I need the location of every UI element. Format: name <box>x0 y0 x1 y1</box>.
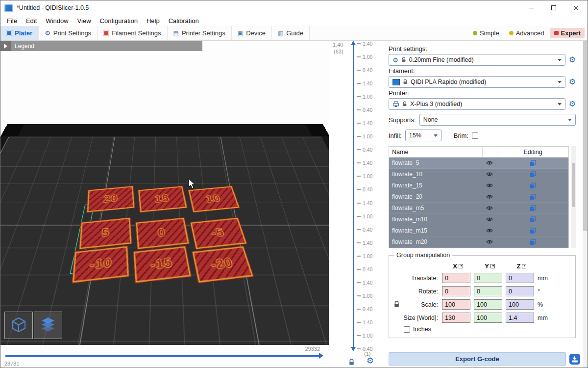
object-list-row[interactable]: flowrate_15 <box>389 180 568 191</box>
manip-z-field[interactable]: 100 <box>506 299 534 310</box>
close-button[interactable] <box>565 0 588 15</box>
slider-settings-gear-icon[interactable]: ⚙ <box>367 356 374 366</box>
model-part[interactable]: -10 <box>73 246 129 283</box>
visibility-eye-icon[interactable] <box>482 239 497 244</box>
editing-icon[interactable] <box>497 216 568 223</box>
model-part[interactable]: -20 <box>193 246 253 283</box>
object-list-row[interactable]: flowrate_20 <box>389 191 568 203</box>
visibility-eye-icon[interactable] <box>482 206 497 210</box>
maximize-button[interactable] <box>542 0 565 15</box>
uniform-scale-lock-icon[interactable] <box>392 301 401 308</box>
mode-advanced[interactable]: Advanced <box>505 28 548 38</box>
menu-file[interactable]: File <box>2 17 22 25</box>
send-gcode-icon[interactable] <box>569 353 581 365</box>
editing-icon[interactable] <box>497 194 568 200</box>
model-part[interactable]: 5 <box>79 218 131 249</box>
inches-checkbox[interactable] <box>404 326 410 333</box>
visibility-eye-icon[interactable] <box>482 183 497 188</box>
axis-letter: X <box>453 263 457 270</box>
manip-x-field[interactable]: 100 <box>442 299 470 310</box>
manip-y-field[interactable]: 0 <box>474 286 502 296</box>
menu-configuration[interactable]: Configuration <box>96 17 142 25</box>
model-part[interactable]: -5 <box>191 218 247 249</box>
menu-calibration[interactable]: Calibration <box>164 17 203 25</box>
editing-icon[interactable] <box>497 228 568 234</box>
layer-lock-icon[interactable] <box>348 359 355 368</box>
layer-slider-track[interactable] <box>353 45 354 347</box>
editing-icon[interactable] <box>497 239 568 245</box>
menu-edit[interactable]: Edit <box>22 17 41 25</box>
editing-icon[interactable] <box>497 205 568 211</box>
tab-device[interactable]: Device <box>232 26 272 40</box>
menu-window[interactable]: Window <box>41 17 73 25</box>
model-part[interactable]: 0 <box>136 218 189 249</box>
mode-simple[interactable]: Simple <box>469 28 503 38</box>
object-list-row[interactable]: flowrate_5 <box>389 158 568 169</box>
move-slider[interactable] <box>5 355 319 357</box>
object-list-scrollbar[interactable] <box>571 146 576 248</box>
visibility-column-header <box>482 147 497 157</box>
print-settings-gear-button[interactable]: ⚙ <box>569 56 576 64</box>
manip-y-field[interactable]: 0 <box>474 273 502 283</box>
chevron-down-icon <box>558 103 562 105</box>
infill-combo[interactable]: 15% <box>405 130 441 141</box>
legend-bar[interactable]: Legend <box>0 41 202 51</box>
manipulation-row: Translate: 0 0 0 mm <box>392 273 571 283</box>
object-name: flowrate_5 <box>389 159 482 166</box>
editor-view-button[interactable] <box>4 312 33 339</box>
print-settings-combo[interactable]: 0.20mm Fine (modified) <box>389 54 565 66</box>
manip-x-field[interactable]: 130 <box>442 313 470 323</box>
minimize-button[interactable] <box>520 0 542 15</box>
printer-gear-button[interactable]: ⚙ <box>569 100 576 108</box>
visibility-eye-icon[interactable] <box>482 172 497 177</box>
object-list-row[interactable]: flowrate_m15 <box>389 225 568 237</box>
tab-guide[interactable]: Guide <box>272 26 310 40</box>
slider-arrow-down-icon[interactable] <box>351 347 356 351</box>
tab-print-settings[interactable]: Print Settings <box>39 26 98 40</box>
visibility-eye-icon[interactable] <box>482 160 497 165</box>
model-part[interactable]: -15 <box>134 246 191 283</box>
manip-y-field[interactable]: 100 <box>474 299 502 310</box>
visibility-eye-icon[interactable] <box>482 228 497 233</box>
scene[interactable]: 20 15 10 5 0 -5 -10 -15 -20 Legend <box>0 41 329 345</box>
brim-checkbox[interactable] <box>472 132 478 139</box>
filament-combo[interactable]: QIDI PLA Rapido (modified) <box>389 76 565 88</box>
supports-combo[interactable]: None <box>419 114 576 126</box>
editing-icon[interactable] <box>497 183 568 189</box>
menu-view[interactable]: View <box>73 17 96 25</box>
object-list-row[interactable]: flowrate_m10 <box>389 214 568 225</box>
export-gcode-button[interactable]: Export G-code <box>389 352 566 366</box>
manip-z-field[interactable]: 0 <box>506 286 534 296</box>
manip-x-field[interactable]: 0 <box>442 286 470 296</box>
tick-label: 1.40 <box>363 319 372 325</box>
slider-arrow-right-icon[interactable] <box>319 353 323 359</box>
filament-gear-button[interactable]: ⚙ <box>569 78 576 86</box>
menu-help[interactable]: Help <box>142 17 164 25</box>
viewport-3d[interactable]: 20 15 10 5 0 -5 -10 -15 -20 Legend <box>0 41 329 368</box>
legend-expand-button[interactable] <box>0 41 11 51</box>
preview-view-button[interactable] <box>34 312 62 339</box>
editing-icon[interactable] <box>497 160 568 166</box>
visibility-eye-icon[interactable] <box>482 194 497 199</box>
manip-z-field[interactable]: 1.4 <box>506 313 534 323</box>
manip-y-field[interactable]: 100 <box>474 313 502 323</box>
tab-plater[interactable]: Plater <box>0 26 39 40</box>
object-list-row[interactable]: flowrate_m20 <box>389 237 568 248</box>
editing-icon[interactable] <box>497 171 568 178</box>
object-list-row[interactable]: flowrate_m5 <box>389 203 568 214</box>
scrollbar-thumb[interactable] <box>572 163 575 207</box>
scrollbar-thumb[interactable] <box>583 41 587 231</box>
model-part[interactable]: 10 <box>188 186 239 212</box>
tab-printer-settings[interactable]: Printer Settings <box>168 26 232 40</box>
object-list-row[interactable]: flowrate_10 <box>389 169 568 180</box>
manip-x-field[interactable]: 0 <box>442 273 470 283</box>
panel-scrollbar[interactable] <box>583 41 588 368</box>
tab-filament-settings[interactable]: Filament Settings <box>98 26 167 40</box>
model-part[interactable]: 20 <box>87 186 135 212</box>
tab-label: Filament Settings <box>112 29 161 37</box>
model-part[interactable]: 15 <box>138 186 187 212</box>
manip-z-field[interactable]: 0 <box>506 273 534 283</box>
printer-combo[interactable]: X-Plus 3 (modified) <box>389 98 565 110</box>
mode-expert[interactable]: Expert <box>550 28 585 38</box>
visibility-eye-icon[interactable] <box>482 217 497 222</box>
